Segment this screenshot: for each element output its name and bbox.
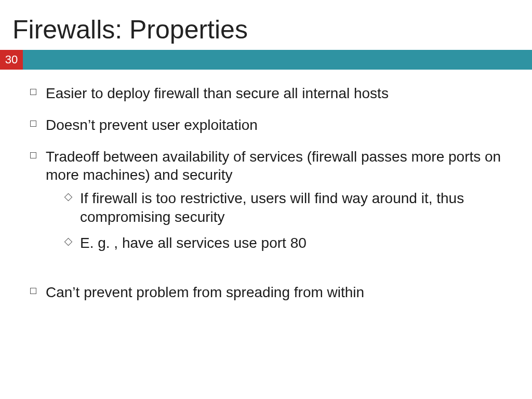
slide-title: Firewalls: Properties: [0, 0, 532, 50]
list-item: E. g. , have all services use port 80: [65, 234, 511, 252]
header-band: 30: [0, 50, 532, 70]
bullet-text: Doesn’t prevent user exploitation: [46, 117, 258, 133]
list-item: Doesn’t prevent user exploitation: [30, 116, 511, 134]
slide-body: Easier to deploy firewall than secure al…: [0, 70, 532, 301]
list-item: If firewall is too restrictive, users wi…: [65, 189, 511, 227]
accent-band: [23, 50, 532, 70]
slide: Firewalls: Properties 30 Easier to deplo…: [0, 0, 532, 399]
bullet-text: Tradeoff between availability of service…: [46, 149, 501, 183]
bullet-list: Easier to deploy firewall than secure al…: [30, 84, 511, 301]
list-item: Easier to deploy firewall than secure al…: [30, 84, 511, 102]
bullet-text: Can’t prevent problem from spreading fro…: [46, 284, 364, 300]
bullet-text: If firewall is too restrictive, users wi…: [80, 190, 464, 225]
list-item: Can’t prevent problem from spreading fro…: [30, 283, 511, 301]
bullet-text: Easier to deploy firewall than secure al…: [46, 85, 389, 101]
page-number: 30: [0, 50, 23, 70]
sub-bullet-list: If firewall is too restrictive, users wi…: [65, 189, 511, 252]
list-item: Tradeoff between availability of service…: [30, 148, 511, 252]
bullet-text: E. g. , have all services use port 80: [80, 235, 307, 251]
